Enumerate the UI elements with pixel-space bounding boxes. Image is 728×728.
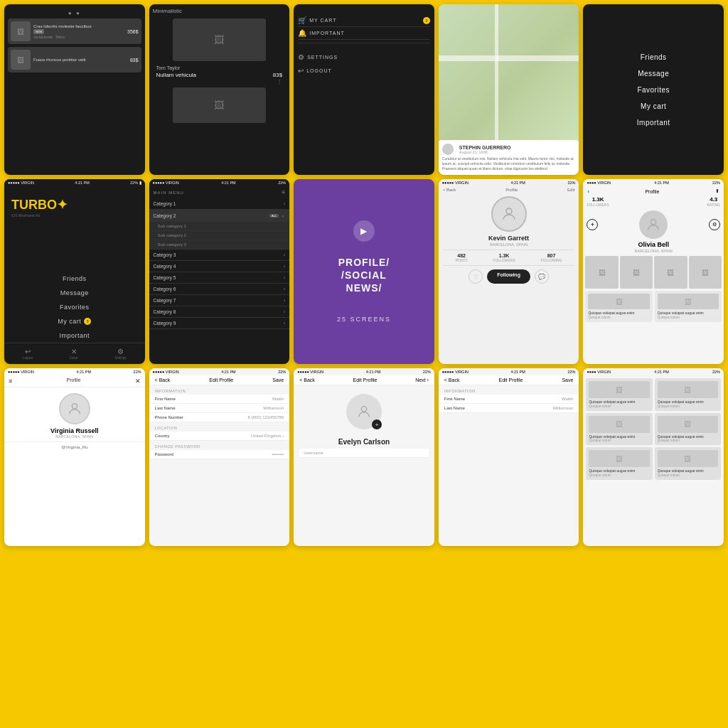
- bottom-bar: ↩ Logout ✕ Close ⚙ Settings: [4, 343, 145, 364]
- cat-1[interactable]: Category 1 ›: [149, 198, 290, 210]
- post-card-15-4[interactable]: 🖼 Quisque volutpat augue enim Quisque ru…: [655, 413, 721, 446]
- back-btn-9[interactable]: < Back: [443, 188, 456, 192]
- stat-rating-10: 4.3 RATING: [707, 196, 720, 207]
- nav-favorites[interactable]: Favorites: [11, 300, 138, 314]
- profile-avatar-9: [491, 196, 527, 232]
- avatar-upload-13[interactable]: +: [346, 394, 382, 429]
- edit-btn-9[interactable]: Edit: [567, 188, 574, 192]
- chevron-right-5: ›: [284, 275, 285, 280]
- form-firstname-14[interactable]: First Name Walsh: [439, 395, 579, 404]
- back-btn-14[interactable]: < Back: [444, 378, 460, 382]
- menu-item-friends[interactable]: Friends: [594, 49, 713, 65]
- chevron-right-8: ›: [284, 309, 285, 314]
- menu-item-message[interactable]: Message: [594, 65, 713, 82]
- form-country-12[interactable]: Country United Kingdom ›: [149, 432, 290, 441]
- following-button[interactable]: Following: [487, 269, 530, 284]
- cat-4[interactable]: Category 4 ›: [149, 261, 290, 272]
- hamburger-icon[interactable]: ≡: [282, 189, 286, 196]
- menu-item-important[interactable]: Important: [594, 114, 713, 131]
- post-card-15-2[interactable]: 🖼 Quisque volutpat augue enim Quisque ru…: [655, 378, 721, 411]
- status-battery-12: 22%: [278, 370, 286, 374]
- virginia-avatar: [59, 393, 90, 424]
- menu-item-mycart[interactable]: My cart: [594, 98, 713, 114]
- status-time-6: 4:21 PM: [75, 181, 89, 185]
- hamburger-11[interactable]: ≡: [9, 378, 12, 385]
- form-password-12[interactable]: Password ••••••••: [149, 450, 290, 459]
- product-item-2[interactable]: 🖼 Fusce rhoncus porttitor velit 83$: [8, 47, 141, 73]
- share-btn-10[interactable]: ⬆: [715, 188, 719, 194]
- status-battery-11: 22%: [134, 370, 141, 374]
- nav-important[interactable]: Important: [11, 328, 138, 343]
- cat-9[interactable]: Category 9 ›: [149, 318, 290, 329]
- screen-minimalistic: Minimalistic 🖼 Tom Taylor Nullam vehicul…: [149, 4, 290, 175]
- plus-button-10[interactable]: +: [587, 219, 598, 230]
- post-card-15-6[interactable]: 🖼 Quisque volutpat augue enim Quisque ru…: [655, 447, 721, 480]
- main-grid: ● ● 🖼 Cras lobortis molestie faucibus NE…: [0, 0, 728, 550]
- username-field-13[interactable]: Username: [299, 449, 429, 458]
- post-card-15-5[interactable]: 🖼 Quisque volutpat augue enim Quisque ru…: [586, 447, 652, 480]
- bottom-logout[interactable]: ↩ Logout: [23, 348, 33, 360]
- menu-item-favorites[interactable]: Favorites: [594, 82, 713, 98]
- form-phone-12[interactable]: Phone Number 8 (800) 123456789: [149, 413, 290, 422]
- back-btn-12[interactable]: < Back: [155, 378, 171, 382]
- post-card-15-1[interactable]: 🖼 Quisque volutpat augue enim Quisque ru…: [586, 378, 652, 411]
- edit-nav-14: < Back Edit Profile Save: [439, 375, 579, 385]
- photo-2[interactable]: 🖼: [620, 256, 653, 289]
- screen-shopping-dark: ● ● 🖼 Cras lobortis molestie faucibus NE…: [4, 4, 145, 175]
- save-btn-12[interactable]: Save: [272, 378, 284, 382]
- settings-row[interactable]: ⚙ SETTINGS: [298, 50, 430, 64]
- post-sub-15-1: Quisque rutrum: [589, 405, 649, 408]
- status-time-13: 4:21 PM: [366, 370, 380, 374]
- nav-message[interactable]: Message: [11, 286, 138, 300]
- product-item-1[interactable]: 🖼 Cras lobortis molestie faucibus NEW Ja…: [8, 18, 141, 44]
- cat-7[interactable]: Category 7 ›: [149, 295, 290, 306]
- play-button[interactable]: ▶: [353, 220, 375, 242]
- form-firstname-12[interactable]: First Name Walsh: [149, 395, 290, 404]
- back-btn-10[interactable]: ‹: [587, 189, 589, 194]
- photo-4[interactable]: 🖼: [689, 256, 722, 289]
- form-lastname-14[interactable]: Last Name Williamson: [439, 404, 579, 413]
- close-label-bottom: Close: [70, 356, 78, 360]
- back-btn-13[interactable]: < Back: [299, 378, 315, 382]
- cat-3[interactable]: Category 3 ›: [149, 250, 290, 261]
- subcat-1[interactable]: Sub category 1: [149, 222, 290, 231]
- form-lastname-12[interactable]: Last Name Williamson: [149, 404, 290, 413]
- bottom-close[interactable]: ✕ Close: [70, 348, 78, 360]
- subcat-2[interactable]: Sub category 2: [149, 231, 290, 240]
- bottom-settings[interactable]: ⚙ Settings: [114, 348, 126, 360]
- map-profile-name: STEPHIN GUERRERO: [459, 145, 511, 150]
- settings-label: SETTINGS: [307, 55, 338, 60]
- cat-6[interactable]: Category 6 ›: [149, 284, 290, 295]
- screens-count: 25 SCREENS: [337, 316, 391, 323]
- save-btn-14[interactable]: Save: [562, 378, 573, 382]
- product-desc-1: Nullam vehicula: [156, 72, 196, 78]
- screen-category-menu: ●●●●● VIRGIN 4:21 PM 22% MAIN MENU ≡ Cat…: [149, 179, 290, 364]
- nav-friends[interactable]: Friends: [11, 272, 138, 286]
- status-battery-7: 22%: [278, 181, 286, 185]
- photo-3[interactable]: 🖼: [654, 256, 687, 289]
- cart-item-important[interactable]: 🔔 IMPORTANT: [298, 27, 430, 40]
- cat-8[interactable]: Category 8 ›: [149, 306, 290, 318]
- cart-item-mycart[interactable]: 🛒 MY CART 3: [298, 14, 430, 27]
- svg-point-2: [72, 404, 77, 409]
- status-time-9: 4:21 PM: [510, 181, 525, 185]
- dots-menu[interactable]: ⋮: [156, 78, 283, 85]
- status-bar-14: ●●●●● VIRGIN 4:21 PM 22%: [439, 368, 579, 375]
- status-carrier-14: ●●●●● VIRGIN: [442, 370, 469, 374]
- svg-point-3: [361, 407, 366, 412]
- post-card-2[interactable]: 🖼 Quisque volutpat augue enim Quisque ru…: [655, 291, 722, 322]
- settings-btn-10[interactable]: ⚙: [709, 219, 720, 230]
- next-btn-13[interactable]: Next ›: [415, 378, 429, 382]
- nav-mycart[interactable]: My cart 3: [11, 314, 138, 328]
- close-btn-11[interactable]: ✕: [135, 378, 141, 385]
- main-menu-header: MAIN MENU ≡: [149, 186, 290, 198]
- post-card-1[interactable]: 🖼 Quisque volutpat augue enim Quisque ru…: [585, 291, 652, 322]
- cat-2[interactable]: Category 2 ALL ⌄: [149, 210, 290, 222]
- cat-5[interactable]: Category 5 ›: [149, 272, 290, 284]
- subcat-3[interactable]: Sub category 3: [149, 240, 290, 250]
- post-card-15-3[interactable]: 🖼 Quisque volutpat augue enim Quisque ru…: [586, 413, 652, 446]
- photo-1[interactable]: 🖼: [585, 256, 618, 289]
- heart-button[interactable]: ♡: [469, 269, 483, 284]
- message-button[interactable]: 💬: [535, 269, 549, 284]
- logout-row[interactable]: ↩ LOGOUT: [298, 64, 430, 77]
